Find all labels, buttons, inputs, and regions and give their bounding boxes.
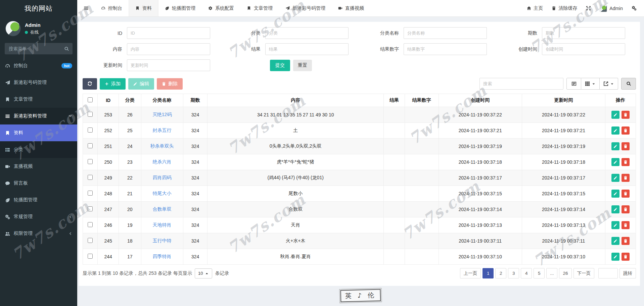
row-edit-button[interactable] [611, 174, 619, 182]
col-created[interactable]: 创建时间 [439, 94, 522, 107]
sidebar-item-category[interactable]: 分类 [0, 141, 77, 158]
page-jump-input[interactable] [598, 268, 618, 278]
sidebar-item-dashboard[interactable]: 控制台 hot [0, 57, 77, 74]
sidebar-item-permission-manage[interactable]: 权限管理 [0, 225, 77, 242]
next-page-button[interactable]: 下一页 [573, 268, 595, 278]
row-edit-button[interactable] [611, 237, 619, 245]
tab-dashboard[interactable]: 控制台 [95, 0, 129, 16]
cell-category-name-link[interactable]: 封杀五行 [141, 123, 183, 139]
sidebar-item-general-manage[interactable]: 常规管理 [0, 208, 77, 225]
sidebar-item-banner-manage[interactable]: 轮播图管理 [0, 192, 77, 208]
page-button-2[interactable]: 2 [495, 268, 506, 278]
row-delete-button[interactable] [622, 111, 630, 119]
home-link[interactable]: 主页 [527, 5, 543, 11]
export-button[interactable] [600, 78, 618, 90]
sidebar-item-live-video[interactable]: 直播视频 [0, 158, 77, 175]
cell-category-name-link[interactable]: 四季特肖 [141, 249, 183, 265]
col-result-num[interactable]: 结果数字 [405, 94, 439, 107]
sidebar-item-number-manage[interactable]: 新港彩号码管理 [0, 74, 77, 91]
row-edit-button[interactable] [611, 221, 619, 229]
row-checkbox[interactable] [88, 128, 93, 133]
col-category[interactable]: 分类 [119, 94, 141, 107]
select-all-checkbox[interactable] [88, 97, 93, 102]
sidebar-item-article-manage[interactable]: 文章管理 [0, 91, 77, 108]
page-button-4[interactable]: 4 [521, 268, 532, 278]
row-edit-button[interactable] [611, 253, 619, 261]
col-category-name[interactable]: 分类名称 [141, 94, 183, 107]
row-delete-button[interactable] [622, 221, 630, 229]
filter-category-name-input[interactable] [404, 27, 487, 39]
delete-button[interactable]: 删除 [157, 78, 183, 90]
row-checkbox[interactable] [88, 159, 93, 164]
row-delete-button[interactable] [622, 174, 630, 182]
filter-id-input[interactable] [127, 27, 210, 39]
row-edit-button[interactable] [611, 126, 619, 135]
fullscreen-button[interactable] [586, 6, 591, 11]
table-search-input[interactable] [479, 78, 563, 90]
row-edit-button[interactable] [611, 158, 619, 166]
row-delete-button[interactable] [622, 126, 630, 135]
page-button-3[interactable]: 3 [508, 268, 519, 278]
row-checkbox[interactable] [88, 238, 93, 243]
tab-banner-manage[interactable]: 轮播图管理 [158, 0, 202, 16]
col-updated[interactable]: 更新时间 [522, 94, 605, 107]
card-view-button[interactable] [566, 78, 581, 90]
row-checkbox[interactable] [88, 175, 93, 180]
row-checkbox[interactable] [88, 206, 93, 211]
cell-category-name-link[interactable]: 绝杀六肖 [141, 154, 183, 170]
row-delete-button[interactable] [622, 190, 630, 198]
tab-data[interactable]: 资料 [129, 0, 158, 16]
filter-period-input[interactable] [542, 27, 625, 39]
filter-result-num-input[interactable] [404, 43, 487, 55]
filter-created-input[interactable] [542, 43, 625, 55]
col-id[interactable]: ID [98, 94, 119, 107]
row-delete-button[interactable] [622, 158, 630, 166]
filter-updated-input[interactable] [127, 59, 210, 71]
sidebar-item-data[interactable]: 资料 [0, 124, 77, 141]
submit-button[interactable]: 提交 [270, 60, 290, 71]
row-delete-button[interactable] [622, 253, 630, 261]
tab-system-config[interactable]: 系统配置 [202, 0, 240, 16]
row-delete-button[interactable] [622, 237, 630, 245]
page-button-1[interactable]: 1 [482, 268, 494, 278]
settings-button[interactable] [632, 6, 637, 11]
row-checkbox[interactable] [88, 191, 93, 196]
row-delete-button[interactable] [622, 142, 630, 150]
col-content[interactable]: 内容 [208, 94, 384, 107]
page-size-dropdown[interactable]: 10 [195, 268, 212, 278]
cell-category-name-link[interactable]: 天地特肖 [141, 217, 183, 233]
col-period[interactable]: 期数 [183, 94, 208, 107]
row-delete-button[interactable] [622, 205, 630, 213]
prev-page-button[interactable]: 上一页 [460, 268, 481, 278]
row-checkbox[interactable] [88, 254, 93, 259]
row-edit-button[interactable] [611, 142, 619, 150]
sidebar-item-message-board[interactable]: 留言板 [0, 175, 77, 192]
cell-category-name-link[interactable]: 秒杀单双头 [141, 139, 183, 154]
filter-content-input[interactable] [127, 43, 210, 55]
row-edit-button[interactable] [611, 190, 619, 198]
page-button-5[interactable]: 5 [534, 268, 545, 278]
sidebar-search-input[interactable] [5, 43, 73, 54]
sidebar-item-data-manage[interactable]: 新港彩资料管理 [0, 108, 77, 124]
sidebar-toggle-button[interactable] [77, 0, 95, 16]
edit-button[interactable]: 编辑 [128, 78, 154, 90]
row-checkbox[interactable] [88, 112, 93, 117]
page-ellipsis-button[interactable]: ... [546, 268, 557, 278]
page-jump-button[interactable]: 跳转 [619, 268, 636, 278]
search-toggle-button[interactable] [621, 78, 636, 90]
user-menu[interactable]: Admin [600, 5, 623, 12]
reset-button[interactable]: 重置 [293, 60, 312, 71]
tab-live-video[interactable]: 直播视频 [332, 0, 370, 16]
tab-article-manage[interactable]: 文章管理 [240, 0, 279, 16]
clear-cache-link[interactable]: 清除缓存 [552, 5, 577, 11]
cell-category-name-link[interactable]: 五行中特 [141, 233, 183, 249]
refresh-button[interactable] [83, 78, 97, 90]
row-checkbox[interactable] [88, 222, 93, 227]
cell-category-name-link[interactable]: 合数单双 [141, 202, 183, 217]
page-button-26[interactable]: 26 [559, 268, 571, 278]
cell-category-name-link[interactable]: 特尾大小 [141, 186, 183, 202]
row-edit-button[interactable] [611, 205, 619, 213]
filter-result-input[interactable] [265, 43, 349, 55]
cell-category-name-link[interactable]: 灭绝12码 [141, 107, 183, 123]
cell-category-name-link[interactable]: 四肖四码 [141, 170, 183, 186]
